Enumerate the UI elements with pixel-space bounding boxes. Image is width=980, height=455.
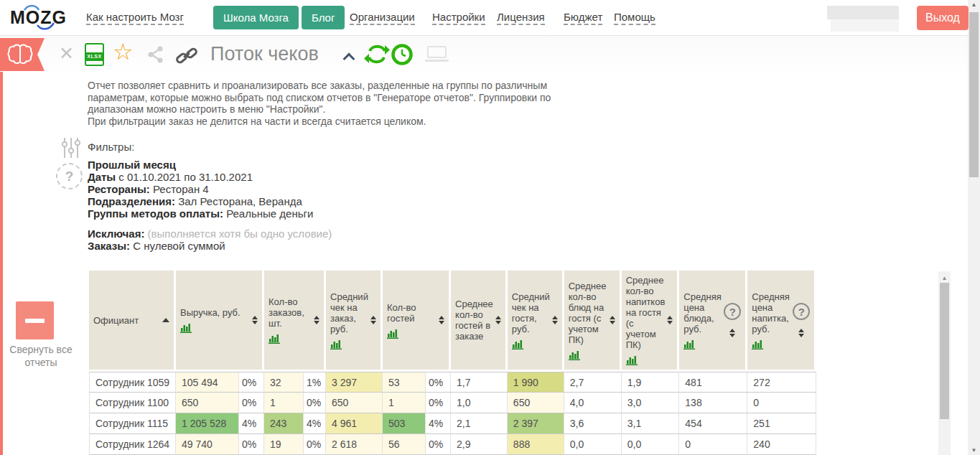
cell: 0%	[304, 393, 326, 413]
mozg-logo[interactable]: MOZG	[10, 4, 67, 32]
filter-line: Группы методов оплаты: Реальные деньги	[88, 207, 332, 220]
column-label: Средний чек на заказ, руб.	[330, 291, 368, 334]
cell: Сотрудник 1059	[89, 372, 176, 393]
close-icon[interactable]: ✕	[59, 44, 74, 62]
report-title: Поток чеков	[210, 43, 319, 65]
bar-chart-icon[interactable]	[683, 339, 696, 350]
help-icon[interactable]: ?	[724, 303, 741, 320]
scroll-down-arrow-icon[interactable]: ▼	[968, 447, 980, 454]
bar-chart-icon[interactable]	[180, 323, 192, 333]
sort-icon	[552, 316, 558, 324]
cell: 4,0	[564, 393, 622, 413]
filter-line: Подразделения: Зал Ресторана, Веранда	[88, 195, 332, 207]
column-header-avg-check-guest[interactable]: Средний чек на гостя, руб.	[508, 271, 564, 372]
column-label: Средняя цена блюда, руб.	[683, 291, 722, 334]
filter-line: Исключая: (выполняется хотя бы одно усло…	[88, 228, 332, 240]
nav-link-organizations[interactable]: Организации	[350, 11, 415, 25]
column-header-waiter[interactable]: Официант	[89, 271, 176, 372]
filters-sliders-icon[interactable]	[60, 136, 82, 159]
cell: 1 990	[508, 372, 564, 393]
sort-icon	[495, 316, 501, 324]
collapse-all-reports-button[interactable]	[16, 301, 54, 339]
cell: 243	[264, 413, 304, 434]
xlsx-label: XLSX	[85, 52, 104, 61]
sort-icon	[314, 316, 319, 324]
filters-heading: Фильтры:	[88, 141, 134, 153]
column-header-avg-guests-order[interactable]: Среднее кол-во гостей в заказе	[451, 271, 508, 372]
scroll-up-arrow-icon[interactable]: ▲	[968, 1, 980, 8]
cell: 888	[508, 434, 564, 455]
cell: Сотрудник 1115	[89, 413, 176, 434]
school-button[interactable]: Школа Мозга	[213, 6, 299, 29]
cell: 1,7	[451, 372, 508, 393]
bar-chart-icon[interactable]	[512, 339, 524, 350]
bar-chart-icon[interactable]	[269, 334, 281, 344]
column-header-avg-dishes-guest[interactable]: Среднее кол-во блюд на гостя (с учетом П…	[564, 271, 622, 372]
cell: 2,7	[564, 372, 622, 393]
filter-line: Заказы: С нулевой суммой	[88, 240, 332, 252]
bar-chart-icon[interactable]	[569, 350, 581, 360]
blog-button[interactable]: Блог	[302, 6, 345, 29]
column-header-avg-dish-price[interactable]: Средняя цена блюда, руб.?	[679, 271, 747, 372]
nav-link-how-to-setup[interactable]: Как настроить Мозг	[86, 11, 184, 25]
column-header-guests-count[interactable]: Кол-во гостей	[383, 271, 451, 372]
cell: 4 961	[326, 413, 383, 434]
logout-button[interactable]: Выход	[917, 6, 969, 30]
column-label: Официант	[93, 315, 139, 326]
table-scrollbar-thumb[interactable]	[940, 283, 949, 419]
nav-link-budget[interactable]: Бюджет	[564, 11, 602, 25]
cell: 0%	[239, 372, 264, 393]
cell: 0%	[426, 393, 451, 413]
table-scrollbar[interactable]: ▲	[938, 271, 951, 455]
cell: 3 297	[326, 372, 383, 393]
cell: 0%	[239, 434, 264, 455]
nav-link-settings[interactable]: Настройки	[432, 11, 485, 25]
sort-icon	[439, 316, 444, 324]
column-label: Среднее кол-во напитков на гостя (с учет…	[626, 275, 666, 350]
cell: 32	[264, 372, 304, 393]
copy-link-icon[interactable]	[174, 45, 199, 67]
sort-icon	[610, 316, 615, 324]
help-icon[interactable]: ?	[793, 303, 810, 320]
filter-line: Даты с 01.10.2021 по 31.10.2021	[88, 171, 332, 183]
nav-link-license[interactable]: Лицензия	[497, 11, 545, 25]
scroll-up-arrow-icon[interactable]: ▲	[938, 271, 951, 281]
share-icon[interactable]	[146, 45, 165, 65]
column-label: Кол-во гостей	[387, 302, 437, 324]
bar-chart-icon[interactable]	[752, 339, 764, 350]
column-header-avg-check-order[interactable]: Средний чек на заказ, руб.	[326, 271, 383, 372]
collapse-all-reports-label: Свернуть все отчеты	[1, 343, 80, 369]
bar-chart-icon[interactable]	[387, 329, 399, 339]
column-header-orders-count[interactable]: Кол-во заказов, шт.	[264, 271, 326, 372]
table-row: Сотрудник 11151 205 5284%2434%4 9615034%…	[89, 413, 816, 434]
cell: 0	[747, 393, 816, 413]
column-header-avg-drinks-guest[interactable]: Среднее кол-во напитков на гостя (с учет…	[622, 271, 680, 372]
app-window: MOZG Как настроить Мозг Школа Мозга Блог…	[0, 0, 980, 455]
xlsx-export-icon[interactable]: XLSX	[85, 43, 104, 66]
sort-icon	[798, 329, 804, 337]
schedule-clock-icon[interactable]	[391, 43, 414, 66]
column-header-revenue[interactable]: Выручка, руб.	[176, 271, 264, 372]
page-scrollbar-thumb[interactable]	[969, 12, 979, 177]
refresh-icon[interactable]	[364, 42, 390, 67]
cell: 650	[508, 393, 564, 413]
column-label: Среднее кол-во гостей в заказе	[455, 299, 493, 342]
collapse-caret-icon[interactable]	[343, 53, 355, 65]
cell: 3,6	[564, 413, 622, 434]
filter-line: Рестораны: Ресторан 4	[88, 183, 332, 195]
cell: 1	[264, 393, 304, 413]
brain-ribbon-tab[interactable]	[0, 38, 45, 71]
bar-chart-icon[interactable]	[330, 339, 342, 350]
bar-chart-icon[interactable]	[626, 355, 638, 365]
favorite-star-icon[interactable]: ☆	[113, 40, 134, 63]
column-header-avg-drink-price[interactable]: Средняя цена напитка, руб.?	[747, 271, 816, 372]
cell: 650	[176, 393, 239, 413]
page-scrollbar[interactable]: ▲ ▼	[968, 0, 980, 455]
cell: 1	[383, 393, 426, 413]
cell: Сотрудник 1264	[89, 434, 176, 455]
sort-icon	[729, 329, 735, 337]
filters-help-icon[interactable]: ?	[56, 163, 83, 189]
nav-link-help[interactable]: Помощь	[614, 11, 655, 25]
column-label: Средняя цена напитка, руб.	[752, 291, 790, 334]
display-mode-icon[interactable]	[425, 46, 449, 62]
